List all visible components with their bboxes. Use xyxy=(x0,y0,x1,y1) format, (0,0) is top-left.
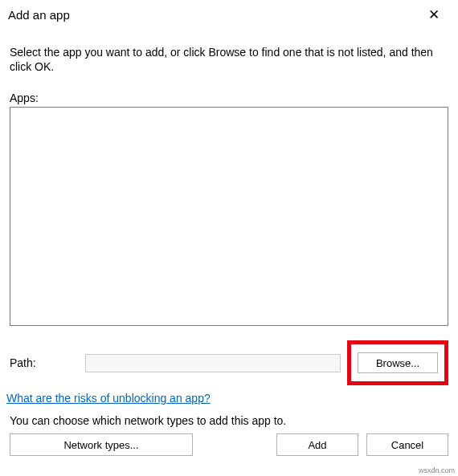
cancel-button[interactable]: Cancel xyxy=(366,433,448,456)
dialog-content: Select the app you want to add, or click… xyxy=(0,29,458,456)
network-types-text: You can choose which network types to ad… xyxy=(10,414,448,427)
apps-listbox[interactable] xyxy=(10,107,448,326)
path-label: Path: xyxy=(10,356,85,369)
titlebar: Add an app ✕ xyxy=(0,0,458,29)
browse-highlight: Browse... xyxy=(347,340,448,385)
window-title: Add an app xyxy=(8,8,70,22)
browse-button[interactable]: Browse... xyxy=(358,352,438,373)
add-button[interactable]: Add xyxy=(276,433,358,456)
button-row: Network types... Add Cancel xyxy=(10,433,448,456)
watermark: wsxdn.com xyxy=(419,466,455,474)
instruction-text: Select the app you want to add, or click… xyxy=(10,45,448,74)
network-types-button[interactable]: Network types... xyxy=(10,433,193,456)
apps-label: Apps: xyxy=(10,92,448,104)
close-button[interactable]: ✕ xyxy=(418,8,450,22)
path-row: Path: Browse... xyxy=(10,340,448,385)
path-input[interactable] xyxy=(85,354,341,372)
risks-link[interactable]: What are the risks of unblocking an app? xyxy=(6,392,211,405)
